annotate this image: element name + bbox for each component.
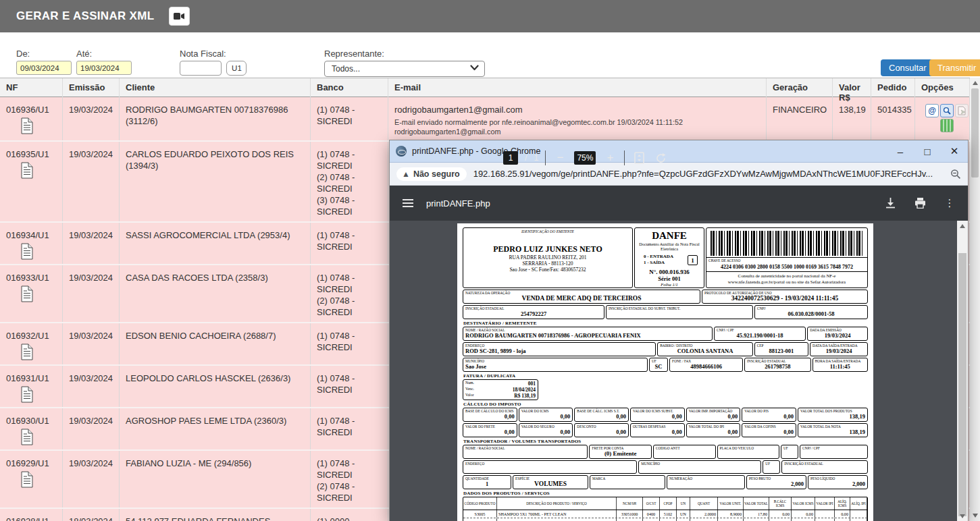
- banco-cell: (1) 0748 - SICREDI: [311, 223, 388, 264]
- dest-saida-value: 19/03/2024: [813, 348, 865, 355]
- protocolo-box: PROTOCOLO DE AUTORIZAÇÃO DE USO 34224007…: [702, 290, 868, 304]
- scroll-down-arrow-icon[interactable]: [973, 514, 978, 518]
- fatura-num-label: Num.: [465, 381, 474, 387]
- imposto-value: 0,00: [577, 429, 626, 436]
- dest-cnpj-box: CNPJ / CPF 45.921.190/0001-18: [714, 327, 806, 341]
- url-bar[interactable]: ▲ Não seguro 192.168.25.91/vegom/ge/prin…: [390, 163, 968, 186]
- geracao-cell: FINANCEIRO: [767, 97, 833, 140]
- send-email-icon[interactable]: @: [925, 104, 939, 117]
- cliente-cell: FABIANO LUZIA - ME (294/856): [120, 451, 311, 508]
- nf-cell: 016935/U1: [0, 142, 63, 221]
- zoom-level[interactable]: 75%: [574, 151, 596, 165]
- produtos-table-body: S3005 SHAMPOO 5X1 700ML - PET CLEAN 3305…: [463, 510, 867, 521]
- natureza-box: NATUREZA DA OPERAÇÃO VENDA DE MERC ADQ D…: [463, 290, 700, 304]
- produtos-col-header: VALOR ICMS: [792, 497, 815, 510]
- banco-cell: (1) 0748 - SICREDI(2) 0748 - SICREDI: [311, 451, 388, 508]
- representante-select[interactable]: Todos...: [324, 61, 485, 77]
- opcoes-cell: @: [915, 97, 970, 140]
- ate-date-input[interactable]: [76, 61, 132, 75]
- banco-line: (1) 0748 - SICREDI: [317, 415, 384, 438]
- nf-cell: 016931/U1: [0, 366, 63, 407]
- consulta-info: Consulta de autenticidade no portal naci…: [706, 271, 867, 285]
- scroll-up-arrow-icon[interactable]: [973, 81, 978, 85]
- emissao-cell: 19/03/2024: [63, 323, 120, 364]
- produtos-col-header: CÓDIGO PRODUTO: [463, 497, 497, 510]
- main-scrollbar[interactable]: [970, 78, 980, 521]
- produtos-col-header: NCM/SH: [617, 497, 643, 510]
- document-icon[interactable]: [20, 386, 58, 403]
- pdf-scrollbar-thumb[interactable]: [958, 253, 966, 516]
- transp-municipio-box: MUNICÍPIO: [638, 460, 761, 474]
- nf-number: 016931/U1: [6, 373, 49, 383]
- produtos-col-header: VALOR IPI: [815, 497, 835, 510]
- export-page-icon[interactable]: [955, 104, 969, 117]
- minimize-button[interactable]: –: [887, 140, 914, 163]
- nota-fiscal-input[interactable]: [180, 61, 222, 76]
- natureza-value: VENDA DE MERC ADQ DE TERCEIROS: [465, 295, 698, 302]
- dest-hora-value: 11:11:45: [815, 363, 865, 371]
- emissao-cell: 19/03/2024: [63, 97, 120, 140]
- more-options-icon[interactable]: ⋮: [942, 194, 957, 212]
- popup-titlebar[interactable]: printDANFE.php - Google Chrome – □ ✕: [390, 140, 968, 163]
- produtos-col-header: O/CST: [643, 497, 660, 510]
- rotate-icon[interactable]: [653, 149, 668, 167]
- cliente-cell: RODRIGO BAUMGARTEN 00718376986 (3112/6): [120, 97, 311, 140]
- imposto-box: BASE DE CÁLC. ICMS S.T. 0,00: [574, 408, 629, 422]
- xml-file-icon[interactable]: [940, 119, 954, 132]
- zoom-indicator-icon[interactable]: [950, 169, 961, 180]
- transp-marca-label: MARCA: [592, 476, 663, 481]
- document-icon[interactable]: [20, 344, 58, 360]
- maximize-button[interactable]: □: [914, 140, 941, 163]
- fit-page-icon[interactable]: [631, 149, 646, 167]
- produto-quant: 2,0000: [690, 518, 718, 521]
- email-cell: rodrigobaumgarten1@gmail.com E-mail envi…: [388, 97, 767, 140]
- pdf-scroll-up-arrow-icon[interactable]: [960, 224, 965, 228]
- download-icon[interactable]: [883, 194, 898, 212]
- transp-pesobruto-box: PESO BRUTO2,000: [746, 475, 806, 489]
- page-number-input[interactable]: 1: [503, 151, 518, 165]
- produto-un: UN: [677, 518, 690, 521]
- invoice-table-header: NF Emissão Cliente Banco E-mail Geração …: [0, 78, 970, 97]
- document-icon[interactable]: [20, 243, 58, 260]
- document-icon[interactable]: [20, 429, 58, 445]
- banco-line: (1) 0748 - SICREDI: [317, 104, 384, 127]
- close-button[interactable]: ✕: [941, 140, 968, 163]
- magnifier-icon[interactable]: [940, 104, 954, 117]
- menu-icon[interactable]: [401, 194, 415, 212]
- transp-municipio-label: MUNICÍPIO: [641, 462, 758, 466]
- transp-uf-box: UF: [781, 445, 798, 459]
- video-tutorial-button[interactable]: [169, 7, 190, 26]
- produto-descricao: SHAMPOO 5X1 700ML - PET CLEAN: [497, 510, 617, 518]
- transp-placa-label: PLACA DO VEICULO: [720, 446, 777, 450]
- cliente-cell: 54.112.977 EDUARDA FERNANDES GANZER (351…: [120, 509, 311, 521]
- transp-frete-value: (0) Emitente: [592, 450, 649, 458]
- document-icon[interactable]: [20, 471, 58, 488]
- pdf-scrollbar[interactable]: [957, 221, 968, 521]
- nf-number: 016929/U1: [6, 458, 49, 468]
- zoom-in-button[interactable]: +: [602, 149, 617, 167]
- document-icon[interactable]: [20, 162, 58, 179]
- de-label: De:: [16, 49, 72, 59]
- security-chip[interactable]: ▲ Não seguro: [396, 167, 467, 181]
- document-icon[interactable]: [20, 285, 58, 302]
- produto-ocst: 0400: [643, 510, 660, 518]
- transp-nome-label: NOME / RAZÃO SOCIAL: [465, 446, 585, 450]
- nf-number: 016935/U1: [6, 149, 49, 159]
- page-title: GERAR E ASSINAR XML: [16, 9, 154, 23]
- cliente-cell: CARLOS EDUARDO PEIXOTO DOS REIS (1394/3): [120, 142, 311, 221]
- zoom-out-button[interactable]: −: [552, 149, 567, 167]
- dest-emissao-value: 19/03/2024: [810, 332, 865, 339]
- main-scrollbar-thumb[interactable]: [971, 88, 979, 177]
- app-header: GERAR E ASSINAR XML: [0, 0, 980, 32]
- document-icon[interactable]: [20, 117, 58, 134]
- pdf-viewer-area[interactable]: IDENTIFICAÇÃO DO EMITENTE PEDRO LUIZ JUN…: [390, 221, 968, 521]
- transmitir-button[interactable]: Transmitir: [929, 59, 980, 76]
- pdf-scroll-down-arrow-icon[interactable]: [960, 514, 965, 518]
- consultar-button[interactable]: Consultar: [881, 59, 935, 76]
- de-date-input[interactable]: [16, 61, 72, 75]
- print-icon[interactable]: [912, 194, 927, 212]
- fatura-valor-label: Valor: [465, 393, 474, 399]
- filter-representante: Representante: Todos...: [324, 49, 485, 77]
- banco-line: (2) 0748 - SICREDI: [317, 481, 384, 503]
- security-label: Não seguro: [413, 169, 460, 179]
